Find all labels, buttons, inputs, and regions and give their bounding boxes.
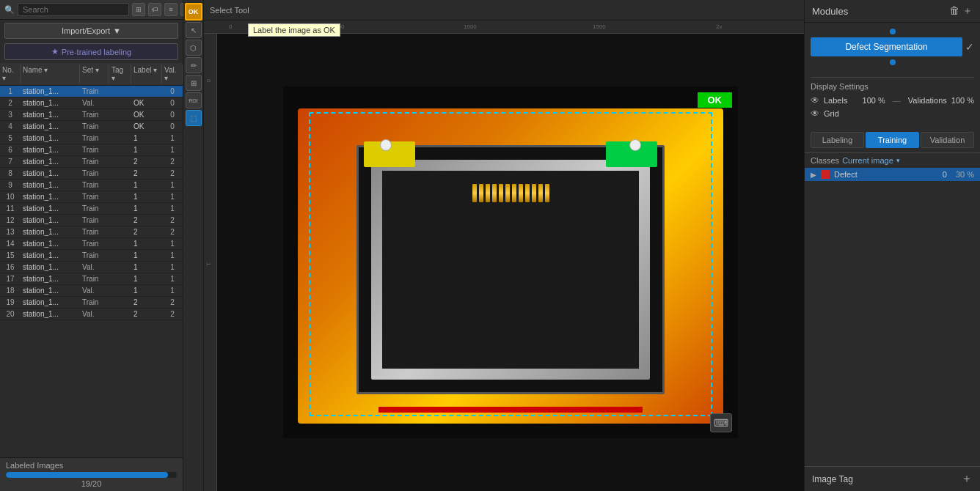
- col-val[interactable]: Val. ▾: [162, 64, 183, 84]
- tab-training[interactable]: Training: [866, 132, 919, 148]
- tab-labeling[interactable]: Labeling: [811, 132, 864, 148]
- ok-tooltip: Label the image as OK: [248, 23, 340, 37]
- grid-icon[interactable]: ⊞: [132, 3, 145, 16]
- table-row[interactable]: 8 station_1... Train 2 2: [0, 168, 183, 180]
- cell-name: station_1...: [21, 274, 80, 284]
- labels-eye-icon[interactable]: 👁: [811, 95, 819, 106]
- current-image-button[interactable]: Current image: [842, 156, 893, 165]
- table-row[interactable]: 19 station_1... Train 2 2: [0, 297, 183, 309]
- cell-val: 0: [162, 98, 183, 108]
- trash-icon[interactable]: 🗑: [949, 4, 959, 18]
- tag-icon[interactable]: 🏷: [148, 3, 161, 16]
- list-icon[interactable]: ≡: [164, 3, 178, 16]
- table-row[interactable]: 15 station_1... Train 1 1: [0, 250, 183, 262]
- cell-name: station_1...: [21, 192, 80, 202]
- defect-segmentation-button[interactable]: Defect Segmentation: [811, 37, 962, 56]
- table-row[interactable]: 7 station_1... Train 2 2: [0, 156, 183, 168]
- grid-tool[interactable]: ⊞: [186, 75, 202, 91]
- search-input[interactable]: [18, 3, 129, 16]
- add-tag-button[interactable]: ＋: [961, 471, 973, 487]
- cell-val: 1: [162, 274, 183, 284]
- cell-tag: [109, 173, 131, 174]
- col-no[interactable]: No. ▾: [0, 64, 21, 84]
- cell-name: station_1...: [21, 110, 80, 119]
- cell-set: Train: [80, 169, 109, 178]
- table-row[interactable]: 6 station_1... Train 1 1: [0, 144, 183, 156]
- cell-no: 3: [0, 110, 21, 119]
- cell-name: station_1...: [21, 215, 80, 225]
- cell-tag: [109, 290, 131, 292]
- table-row[interactable]: 12 station_1... Train 2 2: [0, 215, 183, 226]
- cell-no: 19: [0, 298, 21, 307]
- cursor-tool[interactable]: ↖: [186, 22, 202, 38]
- polygon-tool[interactable]: ⬡: [186, 40, 202, 56]
- cell-tag: [109, 302, 131, 303]
- chevron-down-icon[interactable]: ▾: [896, 157, 900, 164]
- class-name-label: Defect: [834, 170, 938, 179]
- table-row[interactable]: 9 station_1... Train 1 1: [0, 180, 183, 191]
- table-row[interactable]: 5 station_1... Train 1 1: [0, 133, 183, 144]
- class-expand-icon[interactable]: ▶: [811, 171, 816, 179]
- table-row[interactable]: 20 station_1... Val. 2 2: [0, 309, 183, 320]
- right-panel-icons: 🗑 ＋: [949, 4, 973, 18]
- ok-badge: OK: [698, 92, 733, 108]
- cell-set: Val.: [80, 262, 109, 272]
- keyboard-icon[interactable]: ⌨: [710, 413, 732, 432]
- cell-label: 2: [131, 215, 162, 225]
- roi-tool[interactable]: ROI: [186, 92, 202, 108]
- import-export-button[interactable]: Import/Export ▼: [4, 23, 178, 39]
- module-slider-bottom: [890, 59, 896, 65]
- cell-val: 0: [162, 86, 183, 96]
- cell-label: 1: [131, 262, 162, 272]
- cell-val: 0: [162, 110, 183, 119]
- table-row[interactable]: 14 station_1... Train 1 1: [0, 238, 183, 250]
- col-set[interactable]: Set ▾: [80, 64, 109, 84]
- table-row[interactable]: 3 station_1... Train OK 0: [0, 109, 183, 121]
- cell-label: 2: [131, 309, 162, 319]
- grid-eye-icon[interactable]: 👁: [811, 108, 819, 119]
- table-row[interactable]: 4 station_1... Train OK 0: [0, 121, 183, 133]
- cell-set: Train: [80, 145, 109, 155]
- cell-no: 18: [0, 286, 21, 295]
- cell-name: station_1...: [21, 133, 80, 143]
- class-color-swatch: [821, 170, 830, 179]
- table-row[interactable]: 1 station_1... Train 0: [0, 86, 183, 97]
- cell-tag: [109, 161, 131, 163]
- cell-name: station_1...: [21, 309, 80, 319]
- col-name[interactable]: Name ▾: [21, 64, 80, 84]
- class-item-defect[interactable]: ▶ Defect 0 30 %: [805, 168, 980, 181]
- progress-bar-container: [6, 472, 177, 478]
- tab-validation[interactable]: Validation: [921, 132, 974, 148]
- table-row[interactable]: 17 station_1... Train 1 1: [0, 273, 183, 285]
- cell-name: station_1...: [21, 227, 80, 237]
- ruler-vertical: 0 1: [204, 34, 217, 491]
- table-row[interactable]: 16 station_1... Val. 1 1: [0, 262, 183, 273]
- cell-no: 1: [0, 86, 21, 96]
- table-row[interactable]: 2 station_1... Val. OK 0: [0, 97, 183, 109]
- cell-name: station_1...: [21, 239, 80, 248]
- table-row[interactable]: 13 station_1... Train 2 2: [0, 226, 183, 238]
- table-row[interactable]: 10 station_1... Train 1 1: [0, 191, 183, 203]
- table-row[interactable]: 11 station_1... Train 1 1: [0, 203, 183, 215]
- cell-no: 6: [0, 145, 21, 155]
- module-check-icon: ✓: [965, 41, 974, 53]
- cell-no: 9: [0, 180, 21, 190]
- select-tool[interactable]: ⬚: [186, 110, 202, 126]
- cell-label: 1: [131, 251, 162, 260]
- image-viewport[interactable]: OK ⌨: [217, 34, 804, 491]
- col-label[interactable]: Label ▾: [131, 64, 162, 84]
- table-row[interactable]: 18 station_1... Val. 1 1: [0, 285, 183, 297]
- cell-val: 2: [162, 227, 183, 237]
- cell-val: 1: [162, 286, 183, 295]
- cell-label: [131, 91, 162, 92]
- cell-no: 20: [0, 309, 21, 319]
- cell-name: station_1...: [21, 251, 80, 260]
- col-tag[interactable]: Tag ▾: [109, 64, 131, 84]
- cell-name: station_1...: [21, 180, 80, 190]
- progress-count: 19/20: [6, 479, 177, 488]
- pretrained-button[interactable]: ★ Pre-trained labeling: [4, 43, 178, 60]
- class-count: 0: [943, 170, 947, 179]
- ok-button[interactable]: OK: [185, 3, 202, 21]
- add-module-icon[interactable]: ＋: [962, 4, 973, 18]
- brush-tool[interactable]: ✏: [186, 57, 202, 73]
